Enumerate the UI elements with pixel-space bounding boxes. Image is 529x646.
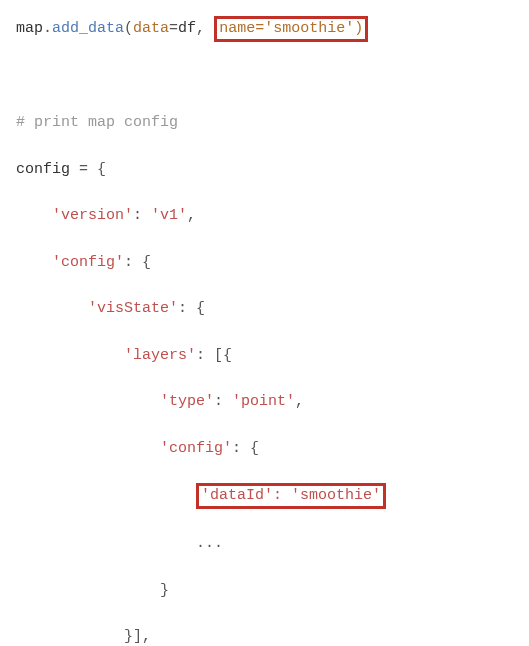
token-brace: : { bbox=[178, 300, 205, 317]
token-value: df bbox=[178, 20, 196, 37]
token-ellipsis: ... bbox=[196, 535, 223, 552]
code-line: 'type': 'point', bbox=[16, 390, 513, 413]
token-brace: : { bbox=[232, 440, 259, 457]
code-line: }], bbox=[16, 625, 513, 646]
token-comment: # print map config bbox=[16, 114, 178, 131]
highlight-box-layers-dataid: 'dataId': 'smoothie' bbox=[196, 483, 386, 509]
token-brace: : { bbox=[124, 254, 151, 271]
code-line: map.add_data(data=df, name='smoothie') bbox=[16, 16, 513, 42]
code-line: 'version': 'v1', bbox=[16, 204, 513, 227]
token-key: 'version' bbox=[52, 207, 133, 224]
token-colon: : bbox=[133, 207, 151, 224]
code-line: 'visState': { bbox=[16, 297, 513, 320]
token-object: map bbox=[16, 20, 43, 37]
token-key: 'type' bbox=[160, 393, 214, 410]
token-key: 'config' bbox=[52, 254, 124, 271]
token-str: 'point' bbox=[232, 393, 295, 410]
token-key: 'dataId': bbox=[201, 487, 291, 504]
token-dot: . bbox=[43, 20, 52, 37]
token-str: 'v1' bbox=[151, 207, 187, 224]
code-line: 'dataId': 'smoothie' bbox=[16, 483, 513, 509]
code-block: map.add_data(data=df, name='smoothie') #… bbox=[16, 16, 513, 646]
code-line: # print map config bbox=[16, 111, 513, 134]
token-comma: , bbox=[295, 393, 304, 410]
code-line: } bbox=[16, 579, 513, 602]
token-paren: ( bbox=[124, 20, 133, 37]
token-key: 'layers' bbox=[124, 347, 196, 364]
token-key: 'visState' bbox=[88, 300, 178, 317]
code-line: ... bbox=[16, 532, 513, 555]
token-comma: , bbox=[196, 20, 214, 37]
token-box-content: name='smoothie') bbox=[219, 20, 363, 37]
code-line: 'config': { bbox=[16, 437, 513, 460]
token-brace: : [{ bbox=[196, 347, 232, 364]
token-param: data bbox=[133, 20, 169, 37]
code-line: 'config': { bbox=[16, 251, 513, 274]
code-line: 'layers': [{ bbox=[16, 344, 513, 367]
highlight-box-add-data-name: name='smoothie') bbox=[214, 16, 368, 42]
token-comma: , bbox=[187, 207, 196, 224]
code-line bbox=[16, 65, 513, 88]
token-punct: = { bbox=[70, 161, 106, 178]
token-func: add_data bbox=[52, 20, 124, 37]
token-brace: } bbox=[160, 582, 169, 599]
token-brace: }], bbox=[124, 628, 151, 645]
token-key: 'config' bbox=[160, 440, 232, 457]
token-var: config bbox=[16, 161, 70, 178]
code-line: config = { bbox=[16, 158, 513, 181]
token-colon: : bbox=[214, 393, 232, 410]
token-eq: = bbox=[169, 20, 178, 37]
token-str: 'smoothie' bbox=[291, 487, 381, 504]
